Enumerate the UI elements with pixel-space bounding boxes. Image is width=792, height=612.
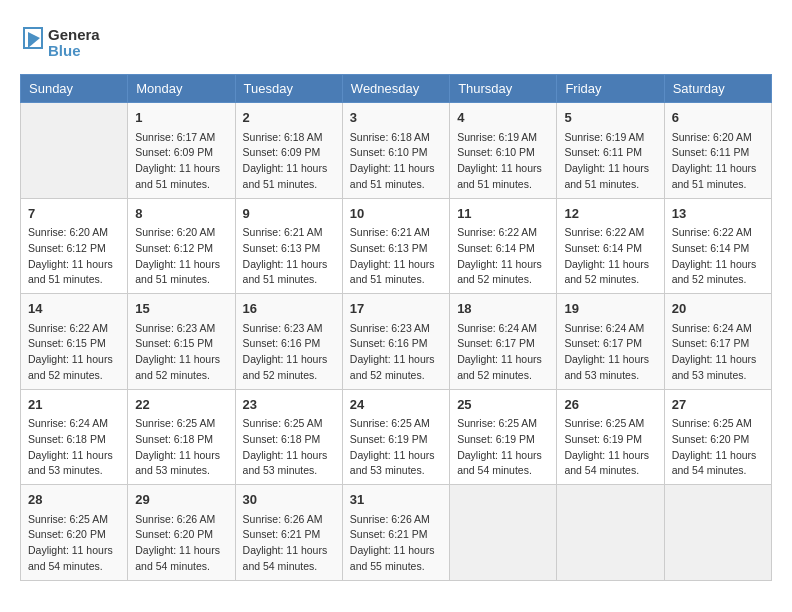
day-info: Sunrise: 6:23 AMSunset: 6:16 PMDaylight:… <box>350 321 442 384</box>
day-info: Sunrise: 6:20 AMSunset: 6:11 PMDaylight:… <box>672 130 764 193</box>
day-info: Sunrise: 6:24 AMSunset: 6:17 PMDaylight:… <box>564 321 656 384</box>
calendar-cell: 29Sunrise: 6:26 AMSunset: 6:20 PMDayligh… <box>128 485 235 581</box>
calendar-cell: 10Sunrise: 6:21 AMSunset: 6:13 PMDayligh… <box>342 198 449 294</box>
day-number: 12 <box>564 204 656 224</box>
day-info: Sunrise: 6:22 AMSunset: 6:15 PMDaylight:… <box>28 321 120 384</box>
calendar-week-row: 21Sunrise: 6:24 AMSunset: 6:18 PMDayligh… <box>21 389 772 485</box>
calendar-cell: 19Sunrise: 6:24 AMSunset: 6:17 PMDayligh… <box>557 294 664 390</box>
day-number: 31 <box>350 490 442 510</box>
calendar-cell: 13Sunrise: 6:22 AMSunset: 6:14 PMDayligh… <box>664 198 771 294</box>
day-number: 10 <box>350 204 442 224</box>
day-number: 20 <box>672 299 764 319</box>
day-info: Sunrise: 6:20 AMSunset: 6:12 PMDaylight:… <box>135 225 227 288</box>
calendar-cell: 30Sunrise: 6:26 AMSunset: 6:21 PMDayligh… <box>235 485 342 581</box>
calendar-cell: 16Sunrise: 6:23 AMSunset: 6:16 PMDayligh… <box>235 294 342 390</box>
calendar-week-row: 28Sunrise: 6:25 AMSunset: 6:20 PMDayligh… <box>21 485 772 581</box>
header-wednesday: Wednesday <box>342 75 449 103</box>
day-info: Sunrise: 6:24 AMSunset: 6:18 PMDaylight:… <box>28 416 120 479</box>
calendar-week-row: 7Sunrise: 6:20 AMSunset: 6:12 PMDaylight… <box>21 198 772 294</box>
header-tuesday: Tuesday <box>235 75 342 103</box>
calendar-cell <box>450 485 557 581</box>
day-number: 13 <box>672 204 764 224</box>
calendar-cell: 14Sunrise: 6:22 AMSunset: 6:15 PMDayligh… <box>21 294 128 390</box>
calendar-cell: 9Sunrise: 6:21 AMSunset: 6:13 PMDaylight… <box>235 198 342 294</box>
svg-text:General: General <box>48 26 100 43</box>
calendar-cell: 17Sunrise: 6:23 AMSunset: 6:16 PMDayligh… <box>342 294 449 390</box>
logo-svg: GeneralBlue <box>20 20 100 64</box>
calendar-cell: 25Sunrise: 6:25 AMSunset: 6:19 PMDayligh… <box>450 389 557 485</box>
calendar-cell: 7Sunrise: 6:20 AMSunset: 6:12 PMDaylight… <box>21 198 128 294</box>
day-info: Sunrise: 6:24 AMSunset: 6:17 PMDaylight:… <box>672 321 764 384</box>
day-info: Sunrise: 6:20 AMSunset: 6:12 PMDaylight:… <box>28 225 120 288</box>
calendar-cell: 4Sunrise: 6:19 AMSunset: 6:10 PMDaylight… <box>450 103 557 199</box>
day-number: 2 <box>243 108 335 128</box>
day-number: 27 <box>672 395 764 415</box>
calendar-cell: 22Sunrise: 6:25 AMSunset: 6:18 PMDayligh… <box>128 389 235 485</box>
calendar-week-row: 1Sunrise: 6:17 AMSunset: 6:09 PMDaylight… <box>21 103 772 199</box>
day-number: 15 <box>135 299 227 319</box>
day-number: 6 <box>672 108 764 128</box>
day-number: 14 <box>28 299 120 319</box>
day-info: Sunrise: 6:25 AMSunset: 6:20 PMDaylight:… <box>28 512 120 575</box>
day-number: 26 <box>564 395 656 415</box>
day-number: 22 <box>135 395 227 415</box>
calendar-cell: 26Sunrise: 6:25 AMSunset: 6:19 PMDayligh… <box>557 389 664 485</box>
day-info: Sunrise: 6:26 AMSunset: 6:21 PMDaylight:… <box>350 512 442 575</box>
calendar-cell: 28Sunrise: 6:25 AMSunset: 6:20 PMDayligh… <box>21 485 128 581</box>
day-number: 7 <box>28 204 120 224</box>
svg-marker-3 <box>28 32 40 48</box>
day-info: Sunrise: 6:18 AMSunset: 6:09 PMDaylight:… <box>243 130 335 193</box>
calendar-cell: 27Sunrise: 6:25 AMSunset: 6:20 PMDayligh… <box>664 389 771 485</box>
calendar-cell: 23Sunrise: 6:25 AMSunset: 6:18 PMDayligh… <box>235 389 342 485</box>
day-number: 23 <box>243 395 335 415</box>
calendar-cell <box>21 103 128 199</box>
calendar-cell: 11Sunrise: 6:22 AMSunset: 6:14 PMDayligh… <box>450 198 557 294</box>
day-number: 16 <box>243 299 335 319</box>
day-number: 9 <box>243 204 335 224</box>
day-info: Sunrise: 6:22 AMSunset: 6:14 PMDaylight:… <box>672 225 764 288</box>
day-info: Sunrise: 6:21 AMSunset: 6:13 PMDaylight:… <box>350 225 442 288</box>
day-number: 29 <box>135 490 227 510</box>
day-info: Sunrise: 6:26 AMSunset: 6:21 PMDaylight:… <box>243 512 335 575</box>
day-info: Sunrise: 6:19 AMSunset: 6:10 PMDaylight:… <box>457 130 549 193</box>
day-number: 5 <box>564 108 656 128</box>
day-number: 1 <box>135 108 227 128</box>
calendar-cell: 20Sunrise: 6:24 AMSunset: 6:17 PMDayligh… <box>664 294 771 390</box>
day-number: 24 <box>350 395 442 415</box>
day-info: Sunrise: 6:23 AMSunset: 6:16 PMDaylight:… <box>243 321 335 384</box>
calendar-cell: 6Sunrise: 6:20 AMSunset: 6:11 PMDaylight… <box>664 103 771 199</box>
calendar-cell: 3Sunrise: 6:18 AMSunset: 6:10 PMDaylight… <box>342 103 449 199</box>
day-info: Sunrise: 6:25 AMSunset: 6:19 PMDaylight:… <box>564 416 656 479</box>
page-header: GeneralBlue <box>20 20 772 64</box>
day-number: 21 <box>28 395 120 415</box>
day-info: Sunrise: 6:22 AMSunset: 6:14 PMDaylight:… <box>564 225 656 288</box>
calendar-cell: 8Sunrise: 6:20 AMSunset: 6:12 PMDaylight… <box>128 198 235 294</box>
calendar-cell: 15Sunrise: 6:23 AMSunset: 6:15 PMDayligh… <box>128 294 235 390</box>
day-number: 25 <box>457 395 549 415</box>
calendar-week-row: 14Sunrise: 6:22 AMSunset: 6:15 PMDayligh… <box>21 294 772 390</box>
calendar-table: SundayMondayTuesdayWednesdayThursdayFrid… <box>20 74 772 581</box>
day-info: Sunrise: 6:19 AMSunset: 6:11 PMDaylight:… <box>564 130 656 193</box>
calendar-cell <box>664 485 771 581</box>
day-number: 11 <box>457 204 549 224</box>
calendar-cell: 5Sunrise: 6:19 AMSunset: 6:11 PMDaylight… <box>557 103 664 199</box>
day-number: 30 <box>243 490 335 510</box>
day-info: Sunrise: 6:25 AMSunset: 6:19 PMDaylight:… <box>350 416 442 479</box>
day-info: Sunrise: 6:24 AMSunset: 6:17 PMDaylight:… <box>457 321 549 384</box>
calendar-cell <box>557 485 664 581</box>
day-info: Sunrise: 6:25 AMSunset: 6:19 PMDaylight:… <box>457 416 549 479</box>
day-info: Sunrise: 6:26 AMSunset: 6:20 PMDaylight:… <box>135 512 227 575</box>
day-number: 18 <box>457 299 549 319</box>
calendar-cell: 21Sunrise: 6:24 AMSunset: 6:18 PMDayligh… <box>21 389 128 485</box>
header-friday: Friday <box>557 75 664 103</box>
header-monday: Monday <box>128 75 235 103</box>
header-saturday: Saturday <box>664 75 771 103</box>
day-number: 28 <box>28 490 120 510</box>
calendar-header-row: SundayMondayTuesdayWednesdayThursdayFrid… <box>21 75 772 103</box>
calendar-cell: 2Sunrise: 6:18 AMSunset: 6:09 PMDaylight… <box>235 103 342 199</box>
day-info: Sunrise: 6:21 AMSunset: 6:13 PMDaylight:… <box>243 225 335 288</box>
calendar-cell: 1Sunrise: 6:17 AMSunset: 6:09 PMDaylight… <box>128 103 235 199</box>
svg-text:Blue: Blue <box>48 42 81 59</box>
calendar-cell: 12Sunrise: 6:22 AMSunset: 6:14 PMDayligh… <box>557 198 664 294</box>
day-number: 3 <box>350 108 442 128</box>
